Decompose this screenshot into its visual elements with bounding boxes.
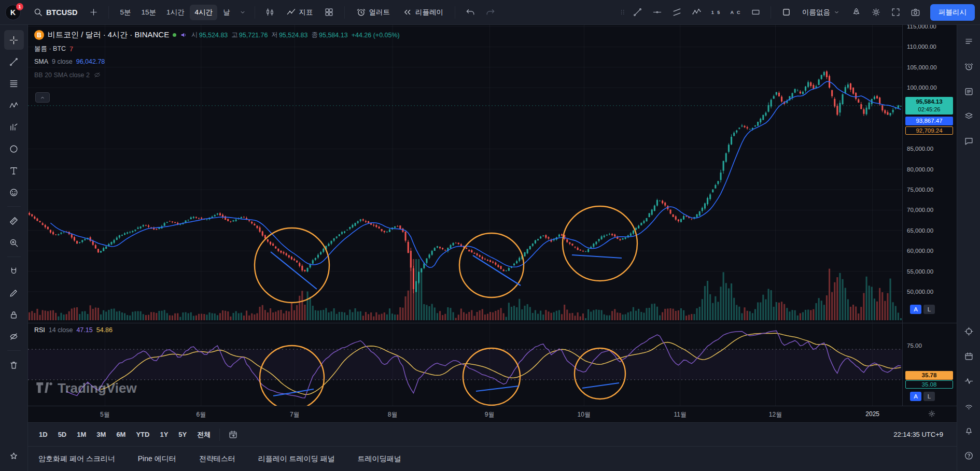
chart-settings-button[interactable]: [867, 4, 885, 21]
bb-legend-row[interactable]: BB 20 SMA close 2: [34, 70, 400, 80]
range-button-5Y[interactable]: 5Y: [174, 427, 191, 442]
measure-tool-button[interactable]: [4, 211, 24, 231]
emoji-tool-button[interactable]: [4, 182, 24, 202]
notifications-button[interactable]: [959, 421, 978, 440]
timeframe-button-5분[interactable]: 5분: [115, 5, 135, 20]
main-scale-buttons: A L: [910, 305, 935, 314]
magnet-tool-button[interactable]: [4, 261, 24, 281]
zoom-in-tool-button[interactable]: [4, 233, 24, 252]
sma-legend-row[interactable]: SMA 9 close 96,042.78: [34, 58, 400, 65]
publish-button[interactable]: 퍼블리시: [930, 4, 975, 21]
remove-drawings-button[interactable]: [4, 355, 24, 375]
alerts-panel-button[interactable]: [959, 57, 978, 76]
price-axis[interactable]: 95,584.13 02:45:26 93,867.47 92,709.24 A…: [902, 25, 957, 406]
rsi-axis[interactable]: 75.00 35.78 35.08 A L: [903, 323, 957, 406]
chat-button[interactable]: [959, 132, 978, 150]
timeframe-button-15분[interactable]: 15분: [136, 5, 161, 20]
edit-tool-button[interactable]: [4, 283, 24, 303]
symbol-title[interactable]: 비트코인 / 달러 · 4시간 · BINANCE: [48, 30, 169, 40]
timeframe-button-날[interactable]: 날: [218, 5, 235, 20]
rsi-legend[interactable]: RSI 14 close 47.15 54.86: [34, 326, 113, 334]
calendar-button[interactable]: [959, 347, 978, 365]
fav-parallel-channel-button[interactable]: [668, 4, 685, 21]
range-button-1M[interactable]: 1M: [72, 427, 91, 442]
range-button-3M[interactable]: 3M: [92, 427, 110, 442]
rsi-auto-scale-button[interactable]: A: [910, 392, 921, 401]
news-panel-button[interactable]: [959, 82, 978, 101]
time-axis[interactable]: 5월6월7월8월9월10월11월12월2025: [28, 406, 957, 422]
fav-trend-line-button[interactable]: [628, 4, 646, 21]
go-to-date-button[interactable]: [224, 426, 242, 444]
footer-tab[interactable]: 암호화폐 페어 스크리너: [38, 454, 115, 464]
rsi-log-scale-button[interactable]: L: [923, 392, 935, 401]
range-button-1Y[interactable]: 1Y: [155, 427, 173, 442]
footer-tab[interactable]: 전략테스터: [199, 454, 235, 464]
save-layout-button[interactable]: [777, 4, 795, 21]
chart-style-button[interactable]: [261, 4, 279, 21]
symbol-search-button[interactable]: BTCUSD: [28, 4, 82, 21]
data-feed-button[interactable]: [959, 396, 978, 415]
collapse-legend-button[interactable]: [35, 92, 50, 103]
fib-retracement-tool-button[interactable]: [4, 74, 24, 93]
ideas-stream-button[interactable]: [959, 372, 978, 390]
forecast-tool-button[interactable]: [4, 117, 24, 137]
main-chart-pane[interactable]: B 비트코인 / 달러 · 4시간 · BINANCE 시95,524.83 고…: [28, 25, 902, 323]
lock-drawings-button[interactable]: [4, 305, 24, 324]
watchlist-button[interactable]: [959, 32, 978, 51]
text-tool-button[interactable]: [4, 161, 24, 180]
fullscreen-button[interactable]: [887, 4, 904, 21]
shapes-tool-button[interactable]: [4, 139, 24, 159]
log-scale-button[interactable]: L: [923, 305, 935, 314]
time-axis-settings-button[interactable]: [928, 409, 936, 419]
hide-drawings-button[interactable]: [4, 326, 24, 346]
undo-button[interactable]: [461, 4, 479, 21]
auto-scale-button[interactable]: A: [910, 305, 921, 314]
cursor-tool-button[interactable]: [4, 30, 24, 50]
fav-horizontal-line-button[interactable]: [648, 4, 666, 21]
layout-name-button[interactable]: 이름없음: [797, 4, 845, 21]
fav-abc-pattern-button[interactable]: A C: [727, 4, 745, 21]
trend-line-tool-button[interactable]: [4, 52, 24, 72]
range-button-1D[interactable]: 1D: [34, 427, 52, 442]
pattern-tool-button[interactable]: [4, 95, 24, 115]
object-tree-button[interactable]: [959, 322, 978, 340]
fav-pattern-button[interactable]: [688, 4, 705, 21]
layout-grid-button[interactable]: [320, 4, 338, 21]
hotlists-button[interactable]: [959, 107, 978, 125]
range-button-5D[interactable]: 5D: [53, 427, 72, 442]
range-button-YTD[interactable]: YTD: [131, 427, 154, 442]
range-button-전체[interactable]: 전체: [192, 427, 215, 442]
snapshot-button[interactable]: [906, 4, 924, 21]
footer-tab[interactable]: 리플레이 트레이딩 패널: [258, 454, 335, 464]
timeframe-button-4시간[interactable]: 4시간: [190, 5, 217, 20]
fib-retracement-icon: [9, 79, 19, 89]
symbol-compare-button[interactable]: [85, 4, 102, 21]
timeframe-menu-button[interactable]: [237, 4, 248, 21]
footer-tab[interactable]: 트레이딩패널: [357, 454, 401, 464]
rsi-chart[interactable]: [28, 323, 902, 406]
clock-timezone[interactable]: 22:14:35 UTC+9: [893, 431, 950, 438]
replay-button[interactable]: 리플레이: [397, 4, 449, 21]
range-button-6M[interactable]: 6M: [111, 427, 130, 442]
eye-off-icon[interactable]: [93, 70, 101, 80]
sma-price-badge: 93,867.47: [905, 117, 953, 125]
fav-elliott-wave-button[interactable]: 1 5: [707, 4, 725, 21]
timeframe-button-1시간[interactable]: 1시간: [162, 5, 189, 20]
top-toolbar: K 1 BTCUSD 5분15분1시간4시간날 지표: [0, 0, 980, 25]
toolbar-separator: [219, 429, 220, 441]
indicators-button[interactable]: 지표: [281, 4, 318, 21]
volume-legend-row[interactable]: 볼륨 · BTC 7: [34, 45, 400, 53]
help-button[interactable]: [959, 446, 978, 465]
alert-button[interactable]: 얼러트: [351, 4, 396, 21]
favorites-star-button[interactable]: [4, 446, 24, 466]
drag-handle-icon[interactable]: [619, 7, 626, 17]
gear-icon: [871, 7, 881, 17]
price-axis-main[interactable]: 95,584.13 02:45:26 93,867.47 92,709.24 A…: [903, 25, 957, 323]
footer-tab[interactable]: Pine 에디터: [138, 454, 176, 464]
rsi-pane[interactable]: RSI 14 close 47.15 54.86 TradingView: [28, 323, 902, 406]
rsi-scale-buttons: A L: [910, 392, 935, 401]
fav-rectangle-button[interactable]: [747, 4, 764, 21]
user-menu-button[interactable]: K 1: [5, 5, 21, 20]
redo-button[interactable]: [481, 4, 499, 21]
quick-search-button[interactable]: [847, 4, 865, 21]
